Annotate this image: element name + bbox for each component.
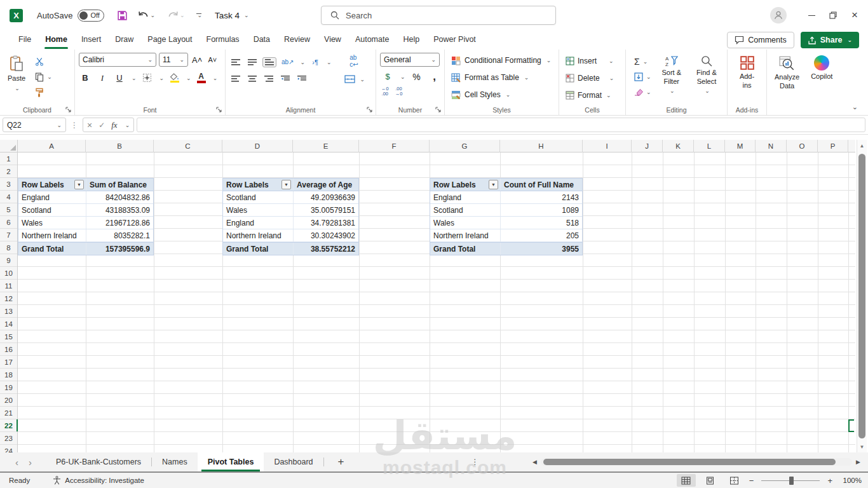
fill-color-chevron[interactable]: ⌄ (186, 75, 191, 81)
column-header-a[interactable]: A (18, 140, 86, 152)
horizontal-scroll-track[interactable] (541, 458, 852, 466)
align-center-button[interactable] (246, 74, 259, 83)
underline-chevron[interactable]: ⌄ (132, 75, 137, 81)
number-format-select[interactable]: General ⌄ (380, 53, 440, 67)
borders-chevron[interactable]: ⌄ (159, 75, 165, 81)
sheet-tab-p6-uk-bank-customers[interactable]: P6-UK-Bank-Customers (46, 452, 151, 471)
vertical-scrollbar[interactable]: ▲ ▼ (857, 140, 867, 452)
row-header-12[interactable]: 12 (0, 292, 17, 305)
formula-bar-splitter[interactable]: ⋮ (69, 121, 80, 130)
column-header-h[interactable]: H (500, 140, 583, 152)
row-header-5[interactable]: 5 (0, 203, 17, 216)
number-dialog-launcher[interactable] (435, 107, 442, 113)
undo-menu-chevron[interactable]: ⌄ (150, 12, 155, 18)
font-dialog-launcher[interactable] (216, 107, 222, 113)
excel-logo-icon[interactable]: X (10, 9, 23, 22)
close-button[interactable]: × (844, 3, 865, 28)
increase-font-button[interactable]: A˄ (191, 53, 203, 67)
align-bottom-button[interactable] (262, 57, 276, 67)
pivot1-row-northern-ireland[interactable]: Northern Ireland8035282.1 (18, 229, 153, 242)
tab-insert[interactable]: Insert (74, 31, 108, 49)
column-header-k[interactable]: K (663, 140, 694, 152)
save-button[interactable] (117, 10, 128, 21)
zoom-out-button[interactable]: − (749, 476, 754, 485)
copilot-button[interactable]: Copilot (807, 53, 836, 84)
sheet-nav-back[interactable]: ‹ (15, 457, 18, 468)
align-left-button[interactable] (229, 74, 242, 83)
pivot2-row-england[interactable]: England34.79281381 (223, 217, 358, 229)
alignment-dialog-launcher[interactable] (367, 107, 373, 113)
page-break-preview-button[interactable] (725, 474, 744, 487)
minimize-button[interactable] (801, 3, 822, 28)
tab-data[interactable]: Data (247, 31, 277, 49)
column-header-g[interactable]: G (430, 140, 500, 152)
column-header-e[interactable]: E (293, 140, 359, 152)
insert-function-button[interactable]: fx (111, 120, 117, 130)
tab-help[interactable]: Help (396, 31, 426, 49)
scroll-left-arrow[interactable]: ◀ (532, 459, 537, 465)
orientation-button[interactable]: ab↗ (280, 55, 295, 69)
row-header-17[interactable]: 17 (0, 356, 17, 369)
font-name-select[interactable]: Calibri ⌄ (79, 53, 156, 67)
row-header-23[interactable]: 23 (0, 432, 17, 445)
tab-home[interactable]: Home (38, 31, 74, 49)
row-header-13[interactable]: 13 (0, 305, 17, 318)
insert-cells-button[interactable]: Insert ⌄ (563, 53, 616, 69)
autosum-button[interactable]: Σ⌄ (632, 55, 653, 69)
align-top-button[interactable] (229, 58, 242, 67)
cells-area[interactable]: Row Labels ▼ Sum of Balance England84204… (18, 152, 855, 452)
row-header-4[interactable]: 4 (0, 191, 17, 203)
quick-access-menu-button[interactable]: ⌄ (196, 13, 202, 17)
percent-style-button[interactable]: % (410, 70, 423, 83)
tab-formulas[interactable]: Formulas (200, 31, 247, 49)
new-sheet-button[interactable]: + (338, 456, 344, 468)
tab-review[interactable]: Review (277, 31, 317, 49)
format-cells-button[interactable]: Format ⌄ (563, 87, 614, 103)
accessibility-status[interactable]: Accessibility: Investigate (53, 476, 144, 485)
row-header-1[interactable]: 1 (0, 152, 17, 165)
orientation-chevron[interactable]: ⌄ (301, 59, 306, 65)
row-header-11[interactable]: 11 (0, 280, 17, 292)
clipboard-dialog-launcher[interactable] (65, 107, 72, 113)
collapse-ribbon-chevron[interactable]: ⌄ (852, 103, 858, 111)
column-header-l[interactable]: L (694, 140, 725, 152)
wrap-text-button[interactable]: abc↩ (343, 54, 365, 67)
pivot1-row-scotland[interactable]: Scotland43188353.09 (18, 204, 153, 217)
page-layout-view-button[interactable] (701, 474, 720, 487)
analyze-data-button[interactable]: AnalyzeData (771, 53, 803, 93)
pivot3-row-england[interactable]: England2143 (430, 191, 582, 204)
pivot3-row-northern-ireland[interactable]: Northern Ireland205 (430, 229, 582, 242)
increase-decimal-button[interactable]: ←0.00 (381, 86, 389, 97)
pivot3-row-wales[interactable]: Wales518 (430, 217, 582, 229)
tab-automate[interactable]: Automate (348, 31, 397, 49)
horizontal-scroll-thumb[interactable] (543, 459, 836, 465)
pivot2-row-scotland[interactable]: Scotland49.20936639 (223, 191, 358, 204)
pivot1-grand-total[interactable]: Grand Total157395596.9 (18, 242, 153, 255)
row-header-18[interactable]: 18 (0, 369, 17, 381)
tab-power-pivot[interactable]: Power Pivot (426, 31, 483, 49)
name-box[interactable]: Q22 ⌄ (3, 118, 66, 132)
document-title[interactable]: Task 4 ⌄ (215, 11, 249, 20)
row-header-7[interactable]: 7 (0, 229, 17, 241)
pivot3-grand-total[interactable]: Grand Total3955 (430, 242, 582, 255)
pivot2-grand-total[interactable]: Grand Total38.55752212 (223, 242, 358, 255)
share-button[interactable]: Share ⌄ (801, 32, 859, 48)
cell-styles-button[interactable]: Cell Styles ⌄ (449, 87, 513, 102)
tab-file[interactable]: File (11, 31, 38, 49)
row-header-8[interactable]: 8 (0, 241, 17, 254)
column-header-p[interactable]: P (818, 140, 848, 152)
increase-indent-button[interactable] (295, 74, 308, 83)
copy-button[interactable]: ⌄ (33, 70, 54, 84)
column-header-f[interactable]: F (359, 140, 430, 152)
zoom-slider-thumb[interactable] (789, 477, 794, 485)
column-header-c[interactable]: C (154, 140, 222, 152)
normal-view-button[interactable] (677, 474, 696, 487)
row-header-6[interactable]: 6 (0, 216, 17, 229)
accounting-format-button[interactable]: $ (381, 70, 394, 83)
zoom-in-button[interactable]: + (827, 476, 832, 485)
pivot2-row-wales[interactable]: Wales35.00579151 (223, 204, 358, 217)
enter-button[interactable]: ✓ (98, 121, 105, 130)
row-header-9[interactable]: 9 (0, 254, 17, 267)
decrease-indent-button[interactable] (279, 74, 292, 83)
find-select-button[interactable]: Find &Select ⌄ (690, 53, 723, 97)
